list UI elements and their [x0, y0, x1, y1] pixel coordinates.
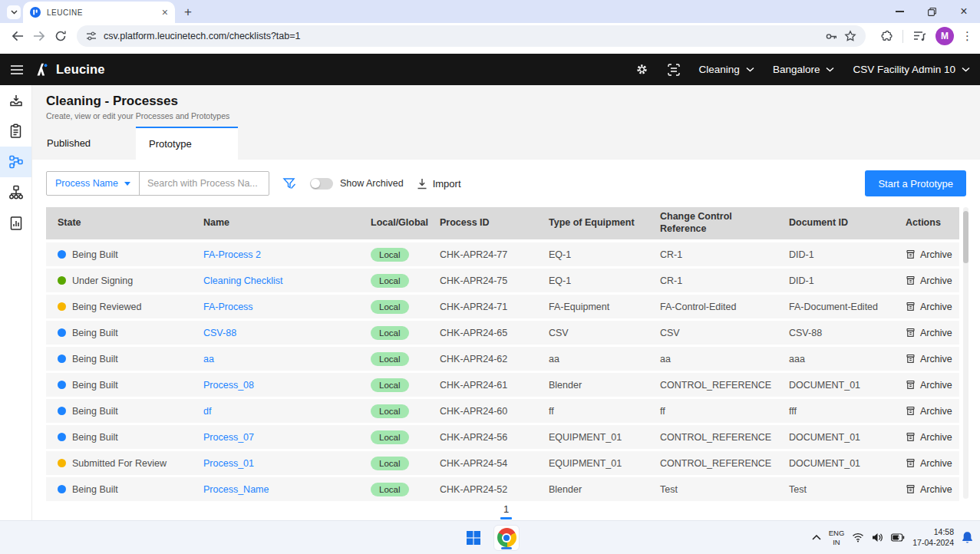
archive-button[interactable]: Archive [906, 249, 952, 260]
process-name-link[interactable]: Cleaning Checklist [203, 275, 283, 286]
process-name-link[interactable]: Process_07 [203, 432, 254, 443]
page-active-indicator [500, 517, 512, 519]
tab-search-button[interactable] [7, 5, 21, 19]
sidebar-item-checklists[interactable] [0, 116, 31, 147]
table-row: Being BuiltProcess_08LocalCHK-APR24-61Bl… [46, 373, 959, 397]
change-control-reference: ff [648, 399, 777, 423]
state-cell: Being Built [46, 373, 192, 397]
reload-button[interactable] [50, 30, 71, 42]
process-id: CHK-APR24-71 [428, 295, 537, 318]
archive-icon [906, 458, 916, 468]
url-bar[interactable]: csv.platform.leucinetech.com/checklists?… [77, 25, 866, 47]
show-archived-toggle[interactable] [310, 178, 333, 190]
notifications-button[interactable] [962, 531, 973, 544]
start-prototype-button[interactable]: Start a Prototype [865, 170, 966, 196]
archive-button[interactable]: Archive [906, 302, 952, 312]
archive-button[interactable]: Archive [906, 354, 952, 364]
volume-button[interactable] [872, 533, 883, 542]
taskbar-clock[interactable]: 14:58 17-04-2024 [912, 527, 954, 548]
browser-tab[interactable]: LEUCINE × [23, 2, 175, 23]
header-local-global: Local/Global [359, 217, 428, 229]
state-label: Being Built [72, 328, 118, 338]
document-id: aaa [777, 347, 894, 371]
bookmark-star-button[interactable] [844, 30, 856, 42]
change-control-reference: CONTROL_REFERENCE [648, 451, 777, 475]
scrollbar-thumb[interactable] [963, 211, 968, 263]
page-title: Cleaning - Processes [46, 94, 980, 109]
process-id: CHK-APR24-77 [428, 242, 537, 266]
extensions-button[interactable] [880, 30, 893, 43]
tray-expand-button[interactable] [812, 535, 821, 540]
wifi-button[interactable] [852, 533, 864, 542]
process-name-link[interactable]: CSV-88 [203, 328, 236, 338]
state-label: Being Built [72, 406, 118, 417]
change-control-reference: CR-1 [648, 269, 777, 292]
state-dot-icon [58, 485, 66, 493]
tab-published[interactable]: Published [34, 127, 136, 160]
process-name-link[interactable]: aa [203, 354, 214, 364]
process-name-link[interactable]: Process_Name [203, 484, 269, 495]
browser-menu-button[interactable]: ⋮ [962, 29, 973, 43]
back-button[interactable] [7, 31, 28, 41]
search-field-selector[interactable]: Process Name [47, 172, 139, 195]
scope-badge: Local [371, 248, 409, 262]
change-control-reference: aa [648, 347, 777, 371]
archive-button[interactable]: Archive [906, 484, 952, 495]
archive-button[interactable]: Archive [906, 328, 952, 338]
page-header: Cleaning - Processes Create, view or edi… [32, 85, 980, 127]
battery-button[interactable] [891, 533, 905, 542]
tab-groups-button[interactable] [912, 30, 926, 42]
archive-button[interactable]: Archive [906, 406, 952, 417]
process-name-link[interactable]: df [203, 406, 211, 417]
download-icon [417, 178, 427, 190]
search-input[interactable] [140, 178, 269, 189]
language-indicator[interactable]: ENG IN [829, 529, 845, 546]
hamburger-menu-button[interactable] [10, 64, 24, 75]
archive-button[interactable]: Archive [906, 380, 952, 391]
restore-icon [928, 8, 936, 16]
user-menu[interactable]: CSV Facility Admin 10 [853, 64, 970, 75]
sidebar-item-inbox[interactable] [0, 85, 31, 116]
scan-button[interactable] [667, 63, 681, 77]
process-name-link[interactable]: Process_01 [203, 458, 254, 469]
profile-avatar[interactable]: M [935, 27, 954, 45]
archive-button[interactable]: Archive [906, 458, 952, 469]
process-name-link[interactable]: FA-Process 2 [203, 249, 261, 260]
tab-prototype[interactable]: Prototype [136, 127, 238, 160]
scope-badge: Local [371, 483, 409, 496]
prototype-panel: Process Name Show Archived Import Start … [32, 160, 980, 503]
taskbar-chrome-button[interactable] [493, 525, 520, 551]
document-id: DOCUMENT_01 [777, 451, 894, 475]
settings-button[interactable] [635, 63, 648, 76]
search-filter-box: Process Name [46, 171, 269, 196]
sidebar-item-hierarchy[interactable] [0, 177, 31, 208]
window-minimize-button[interactable] [883, 0, 916, 23]
header-change-control: Change Control Reference [648, 211, 777, 235]
advanced-filter-button[interactable] [282, 176, 296, 190]
process-name-link[interactable]: Process_08 [203, 380, 254, 391]
chrome-icon [497, 528, 516, 547]
table-row: Being BuiltdfLocalCHK-APR24-60fffffffArc… [46, 399, 959, 423]
table-scrollbar[interactable] [963, 207, 968, 499]
forward-button[interactable] [28, 31, 50, 41]
sidebar-item-processes[interactable] [0, 147, 31, 177]
sidebar-item-reports[interactable] [0, 208, 31, 239]
window-close-button[interactable]: × [948, 0, 980, 23]
page-number[interactable]: 1 [503, 503, 509, 516]
archive-button[interactable]: Archive [906, 432, 952, 443]
facility-selector[interactable]: Bangalore [773, 64, 835, 75]
use-case-selector[interactable]: Cleaning [699, 64, 754, 75]
table-header: State Name Local/Global Process ID Type … [46, 207, 959, 239]
language-line1: ENG [829, 529, 845, 537]
close-tab-icon[interactable]: × [162, 7, 168, 18]
new-tab-button[interactable]: + [184, 5, 192, 18]
scope-badge: Local [371, 352, 409, 366]
start-menu-button[interactable] [460, 525, 487, 551]
archive-button[interactable]: Archive [906, 275, 952, 286]
table-row: Being BuiltCSV-88LocalCHK-APR24-65CSVCSV… [46, 321, 959, 345]
state-label: Submitted For Review [72, 458, 167, 469]
password-key-button[interactable] [825, 30, 838, 43]
window-restore-button[interactable] [916, 0, 948, 23]
import-button[interactable]: Import [417, 178, 461, 190]
process-name-link[interactable]: FA-Process [203, 302, 253, 312]
